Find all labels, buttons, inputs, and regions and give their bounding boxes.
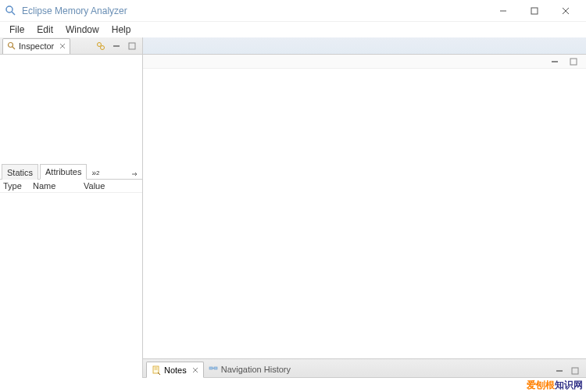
tab-notes-label: Notes [164,365,187,375]
inspector-panel-header: Inspector [0,37,142,55]
close-notes-icon[interactable] [192,367,198,373]
svg-rect-14 [552,61,558,62]
attributes-table-header: Type Name Value [0,180,142,193]
bottom-panel: Notes Navigation History [143,358,586,378]
menu-window[interactable]: Window [59,23,105,37]
tabs-more-indicator[interactable]: »2 [88,167,102,179]
menu-bar: File Edit Window Help [0,22,586,37]
svg-rect-22 [214,367,217,369]
svg-point-0 [6,6,13,12]
svg-rect-21 [209,367,213,369]
title-bar: Eclipse Memory Analyzer [0,0,586,22]
svg-line-7 [13,47,15,49]
column-name[interactable]: Name [33,181,84,191]
svg-point-10 [98,42,102,46]
inspector-tab-label: Inspector [19,41,54,51]
editor-maximize-icon[interactable] [567,55,580,68]
bottom-maximize-icon[interactable] [569,365,581,377]
svg-rect-24 [556,370,563,372]
watermark-part2: 知识网 [555,379,583,392]
column-value[interactable]: Value [84,181,139,191]
notes-icon [152,365,161,375]
window-title: Eclipse Memory Analyzer [22,5,488,16]
bottom-minimize-icon[interactable] [553,365,566,377]
close-button[interactable] [550,1,581,21]
column-type[interactable]: Type [3,181,33,191]
menu-file[interactable]: File [3,23,30,37]
editor-area: Notes Navigation History [143,37,586,378]
maximize-button[interactable] [519,1,550,21]
tab-notes[interactable]: Notes [146,362,204,378]
svg-rect-12 [113,45,120,47]
history-icon [209,365,218,374]
editor-body[interactable] [143,69,586,358]
tab-nav-history-label: Navigation History [221,365,291,374]
window-controls [488,1,581,21]
maximize-view-icon[interactable] [126,40,138,52]
tab-statics[interactable]: Statics [2,164,38,180]
editor-toolbar [143,55,586,69]
svg-rect-25 [572,368,578,374]
detail-tabs: Statics Attributes »2 [0,162,142,180]
menu-help[interactable]: Help [105,23,138,37]
link-editor-icon[interactable] [95,40,107,52]
main-area: Inspector Statics Attributes »2 [0,37,586,378]
close-tab-icon[interactable] [59,43,66,49]
svg-rect-3 [531,8,538,14]
minimize-view-icon[interactable] [110,40,123,52]
attributes-table-body [0,193,142,378]
svg-rect-13 [129,43,135,49]
watermark: 爱刨根知识网 [527,378,583,392]
menu-edit[interactable]: Edit [30,23,59,37]
tab-navigation-history[interactable]: Navigation History [204,361,295,377]
svg-rect-16 [153,366,159,373]
editor-minimize-icon[interactable] [548,55,561,68]
tabs-overflow-icon[interactable] [130,169,139,179]
inspector-tab[interactable]: Inspector [2,38,70,54]
watermark-part1: 爱刨根 [527,379,555,392]
editor-header [143,37,586,55]
svg-line-1 [12,12,15,15]
svg-point-6 [9,43,13,48]
minimize-button[interactable] [488,1,519,21]
tab-attributes[interactable]: Attributes [40,164,87,180]
svg-rect-15 [570,59,577,65]
app-icon [5,5,17,17]
inspector-icon [7,41,16,51]
bottom-tabs-bar: Notes Navigation History [143,359,586,378]
svg-point-11 [101,45,105,49]
inspector-panel: Inspector Statics Attributes »2 [0,37,143,378]
